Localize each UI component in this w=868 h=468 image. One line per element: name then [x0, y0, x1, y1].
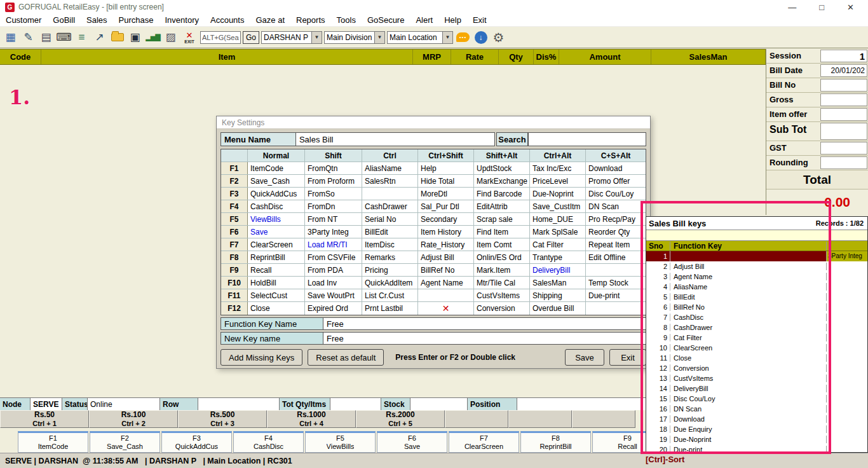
fkey-label-f8[interactable]: F8 [221, 251, 248, 263]
menu-item-accounts[interactable]: Accounts [205, 15, 250, 25]
key-grid-cell-f12-ctrl[interactable]: Prnt Lastbil [362, 302, 418, 315]
key-grid-cell-f1-ctrl-shift[interactable]: Help [418, 162, 474, 174]
reset-as-default-button[interactable]: Reset as default [308, 349, 384, 366]
key-grid-cell-f6-c-s-alt[interactable]: Reorder Qty [586, 226, 646, 238]
skeys-row-13[interactable]: 13CustVsItems [646, 373, 867, 383]
menu-item-gosecure[interactable]: GoSecure [362, 15, 410, 25]
key-grid-cell-f10-ctrl[interactable]: QuickAddItem [362, 277, 418, 289]
fkey-label-f6[interactable]: F6 [221, 226, 248, 238]
skeys-row-7[interactable]: 7CashDisc [646, 312, 867, 322]
key-grid-cell-f5-shift-alt[interactable]: Scrap sale [474, 213, 530, 225]
key-grid-cell-f2-normal[interactable]: Save_Cash [248, 175, 305, 187]
key-grid-cell-f9-shift[interactable]: From PDA [305, 264, 362, 276]
menu-item-help[interactable]: Help [438, 15, 467, 25]
key-grid-cell-f4-c-s-alt[interactable]: DN Scan [586, 200, 646, 212]
key-grid-cell-f11-ctrl-alt[interactable]: Shipping [530, 289, 586, 301]
fkey-button-f8[interactable]: F8ReprintBill [520, 431, 591, 453]
key-grid-cell-f7-shift[interactable]: Load MR/TI [305, 238, 362, 251]
skeys-row-2[interactable]: 2Adjust Bill [646, 261, 867, 272]
fkey-button-f4[interactable]: F4CashDisc [233, 431, 304, 453]
fkey-label-f12[interactable]: F12 [221, 302, 248, 315]
key-grid-cell-f1-ctrl[interactable]: AliasName [362, 162, 418, 174]
skeys-row-12[interactable]: 12Conversion [646, 363, 867, 373]
download-icon[interactable]: ↓ [473, 29, 489, 46]
menu-item-gobill[interactable]: GoBill [47, 15, 81, 25]
key-grid-cell-f2-shift-alt[interactable]: MarkExchange [474, 175, 530, 187]
fkey-label-f11[interactable]: F11 [221, 289, 248, 301]
search-button[interactable]: Search [496, 132, 528, 146]
fkey-label-f10[interactable]: F10 [221, 277, 248, 289]
key-grid-cell-f4-ctrl-shift[interactable]: Sal_Pur Dtl [418, 200, 474, 212]
skeys-filter-input[interactable] [646, 230, 867, 241]
fkey-label-f1[interactable]: F1 [221, 162, 248, 174]
denom-rs-100[interactable]: Rs.100Ctrl + 2 [89, 410, 178, 428]
key-grid-cell-f11-shift-alt[interactable]: CustVsItems [474, 289, 530, 301]
menu-item-gaze-at[interactable]: Gaze at [250, 15, 290, 25]
dialog-exit-button[interactable]: Exit [609, 349, 646, 366]
key-grid-cell-f8-normal[interactable]: ReprintBill [248, 251, 305, 263]
key-grid-cell-f6-shift[interactable]: 3Party Integ [305, 226, 362, 238]
chat-icon[interactable]: ••• [455, 29, 471, 46]
key-grid-cell-f1-normal[interactable]: ItemCode [248, 162, 305, 174]
key-grid-cell-f5-ctrl-shift[interactable]: Secondary [418, 213, 474, 225]
new-key-name-input[interactable] [323, 332, 646, 345]
key-grid-cell-f9-ctrl-shift[interactable]: BillRef No [418, 264, 474, 276]
key-grid-cell-f3-c-s-alt[interactable]: Disc Cou/Loy [586, 188, 646, 200]
key-grid-cell-f3-ctrl-alt[interactable]: Due-Noprint [530, 188, 586, 200]
key-grid-cell-f2-ctrl[interactable]: SalesRtn [362, 175, 418, 187]
skeys-row-17[interactable]: 17Download [646, 414, 867, 424]
fkey-label-f3[interactable]: F3 [221, 188, 248, 200]
denom-rs-2000[interactable]: Rs.2000Ctrl + 5 [356, 410, 445, 428]
key-grid-cell-f6-shift-alt[interactable]: Find Item [474, 226, 530, 238]
minimize-icon[interactable]: — [788, 3, 796, 12]
key-grid-cell-f5-c-s-alt[interactable]: Pro Recp/Pay [586, 213, 646, 225]
key-grid-cell-f10-ctrl-shift[interactable]: Agent Name [418, 277, 474, 289]
edit-document-icon[interactable]: ✎ [20, 29, 36, 46]
skeys-row-4[interactable]: 4AliasName [646, 282, 867, 292]
key-grid-cell-f9-normal[interactable]: Recall [248, 264, 305, 276]
key-grid-cell-f11-ctrl-shift[interactable] [418, 289, 474, 301]
menu-item-purchase[interactable]: Purchase [113, 15, 159, 25]
key-grid-cell-f12-normal[interactable]: Close [248, 302, 305, 315]
key-grid-cell-f12-ctrl-shift[interactable]: ✕ [418, 302, 474, 315]
skeys-row-20[interactable]: 20Due-print [646, 444, 867, 453]
key-grid-cell-f2-ctrl-alt[interactable]: PriceLevel [530, 175, 586, 187]
key-grid-cell-f11-c-s-alt[interactable]: Due-print [586, 289, 646, 301]
skeys-row-11[interactable]: 11Close [646, 353, 867, 363]
key-grid-cell-f3-shift[interactable]: FromSo [305, 188, 362, 200]
key-grid-cell-f3-shift-alt[interactable]: Find Barcode [474, 188, 530, 200]
fkey-button-f2[interactable]: F2Save_Cash [90, 431, 160, 453]
key-grid-cell-f7-normal[interactable]: ClearScreen [248, 238, 305, 251]
menu-item-alert[interactable]: Alert [410, 15, 438, 25]
key-grid-cell-f12-ctrl-alt[interactable]: Overdue Bill [530, 302, 586, 315]
denom-rs-500[interactable]: Rs.500Ctrl + 3 [178, 410, 267, 428]
key-grid-cell-f8-c-s-alt[interactable]: Edit Offline [586, 251, 646, 263]
fkey-label-f4[interactable]: F4 [221, 200, 248, 212]
fkey-button-f5[interactable]: F5ViewBills [305, 431, 376, 453]
key-grid-cell-f10-normal[interactable]: HoldBill [248, 277, 305, 289]
key-grid-cell-f5-shift[interactable]: From NT [305, 213, 362, 225]
folder-icon[interactable] [109, 29, 125, 46]
key-grid-cell-f8-ctrl-shift[interactable]: Adjust Bill [418, 251, 474, 263]
global-search-input[interactable] [200, 31, 241, 44]
key-grid-cell-f11-ctrl[interactable]: List Cr.Cust [362, 289, 418, 301]
key-grid-cell-f9-c-s-alt[interactable] [586, 264, 646, 276]
menu-item-inventory[interactable]: Inventory [159, 15, 205, 25]
menu-item-exit[interactable]: Exit [467, 15, 492, 25]
fkey-label-f9[interactable]: F9 [221, 264, 248, 276]
key-grid-cell-f1-c-s-alt[interactable]: Download [586, 162, 646, 174]
key-grid-cell-f6-ctrl-alt[interactable]: Mark SplSale [530, 226, 586, 238]
bill-grid-icon[interactable]: ▦ [3, 29, 18, 46]
skeys-row-18[interactable]: 18Due Enquiry [646, 424, 867, 434]
key-grid-cell-f4-ctrl[interactable]: CashDrawer [362, 200, 418, 212]
key-grid-cell-f4-ctrl-alt[interactable]: Save_CustItm [530, 200, 586, 212]
export-icon[interactable]: ↗ [92, 29, 107, 46]
fkey-label-f5[interactable]: F5 [221, 213, 248, 225]
key-grid-cell-f9-shift-alt[interactable]: Mark.Item [474, 264, 530, 276]
toolbar-exit-button[interactable]: ✕ EXIT [180, 29, 198, 46]
key-grid-cell-f10-shift[interactable]: Load Inv [305, 277, 362, 289]
division-select[interactable]: Main Division ▼ [324, 31, 385, 44]
salesman-select[interactable]: DARSHAN P ▼ [261, 31, 322, 44]
fkey-button-f7[interactable]: F7ClearScreen [449, 431, 519, 453]
key-grid-cell-f7-ctrl-alt[interactable]: Cat Filter [530, 238, 586, 251]
